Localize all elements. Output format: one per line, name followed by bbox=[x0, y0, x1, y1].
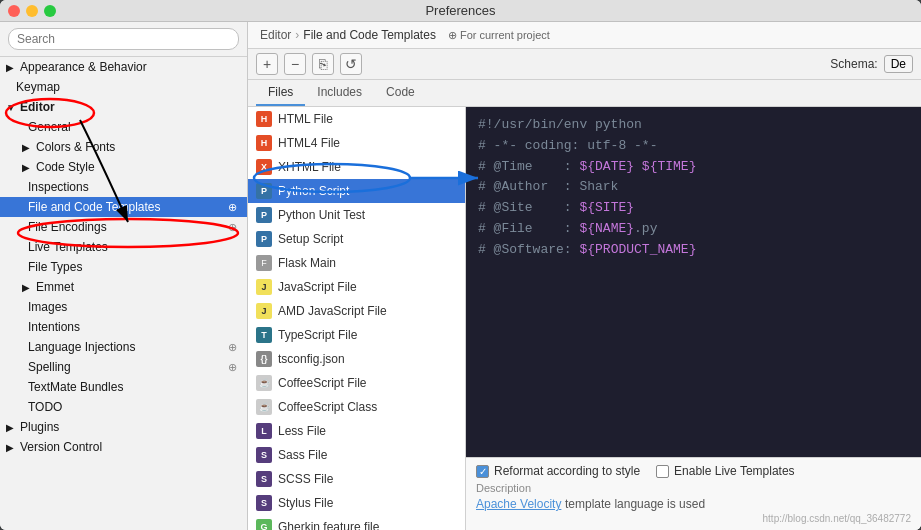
file-label: SCSS File bbox=[278, 472, 333, 486]
file-label: Gherkin feature file bbox=[278, 520, 379, 530]
file-label: Setup Script bbox=[278, 232, 343, 246]
js-icon: J bbox=[256, 303, 272, 319]
file-label: Less File bbox=[278, 424, 326, 438]
sidebar-item-colors[interactable]: ▶ Colors & Fonts bbox=[0, 137, 247, 157]
checkbox-live-templates-label: Enable Live Templates bbox=[674, 464, 795, 478]
sidebar-label: Images bbox=[28, 300, 67, 314]
sidebar-item-spelling[interactable]: Spelling ⊕ bbox=[0, 357, 247, 377]
add-button[interactable]: + bbox=[256, 53, 278, 75]
close-button[interactable] bbox=[8, 5, 20, 17]
checkbox-live-templates[interactable]: Enable Live Templates bbox=[656, 464, 795, 478]
file-item-sass[interactable]: S Sass File bbox=[248, 443, 465, 467]
xhtml-icon: X bbox=[256, 159, 272, 175]
sidebar-item-todo[interactable]: TODO bbox=[0, 397, 247, 417]
sidebar-item-images[interactable]: Images bbox=[0, 297, 247, 317]
file-item-flask[interactable]: F Flask Main bbox=[248, 251, 465, 275]
file-item-coffee-class[interactable]: ☕ CoffeeScript Class bbox=[248, 395, 465, 419]
tab-code[interactable]: Code bbox=[374, 80, 427, 106]
file-item-python-script[interactable]: P Python Script bbox=[248, 179, 465, 203]
copy-button[interactable]: ⎘ bbox=[312, 53, 334, 75]
sidebar-item-codestyle[interactable]: ▶ Code Style bbox=[0, 157, 247, 177]
file-item-setup[interactable]: P Setup Script bbox=[248, 227, 465, 251]
remove-button[interactable]: − bbox=[284, 53, 306, 75]
sidebar-label: Colors & Fonts bbox=[36, 140, 115, 154]
sidebar-label: Version Control bbox=[20, 440, 102, 454]
badge-icon: ⊕ bbox=[228, 361, 237, 374]
file-item-html[interactable]: H HTML File bbox=[248, 107, 465, 131]
apache-velocity-link[interactable]: Apache Velocity bbox=[476, 497, 561, 511]
file-item-coffee[interactable]: ☕ CoffeeScript File bbox=[248, 371, 465, 395]
sidebar-item-keymap[interactable]: Keymap bbox=[0, 77, 247, 97]
sidebar-label: Plugins bbox=[20, 420, 59, 434]
sidebar: ▶ Appearance & Behavior Keymap ▼ Editor bbox=[0, 22, 248, 530]
sidebar-item-general[interactable]: General bbox=[0, 117, 247, 137]
sidebar-item-textmate[interactable]: TextMate Bundles bbox=[0, 377, 247, 397]
schema-dropdown[interactable]: De bbox=[884, 55, 913, 73]
file-item-ts[interactable]: T TypeScript File bbox=[248, 323, 465, 347]
file-item-scss[interactable]: S SCSS File bbox=[248, 467, 465, 491]
sidebar-label: File Types bbox=[28, 260, 82, 274]
minimize-button[interactable] bbox=[26, 5, 38, 17]
titlebar: Preferences bbox=[0, 0, 921, 22]
sidebar-item-editor[interactable]: ▼ Editor bbox=[0, 97, 247, 117]
file-item-js[interactable]: J JavaScript File bbox=[248, 275, 465, 299]
code-line-6: # @File : ${NAME}.py bbox=[478, 219, 909, 240]
code-editor[interactable]: #!/usr/bin/env python # -*- coding: utf-… bbox=[466, 107, 921, 457]
maximize-button[interactable] bbox=[44, 5, 56, 17]
checkbox-reformat[interactable]: ✓ Reformat according to style bbox=[476, 464, 640, 478]
js-icon: J bbox=[256, 279, 272, 295]
tab-files[interactable]: Files bbox=[256, 80, 305, 106]
file-item-tsconfig[interactable]: {} tsconfig.json bbox=[248, 347, 465, 371]
file-item-python-test[interactable]: P Python Unit Test bbox=[248, 203, 465, 227]
checkbox-reformat-box[interactable]: ✓ bbox=[476, 465, 489, 478]
file-item-html4[interactable]: H HTML4 File bbox=[248, 131, 465, 155]
sidebar-item-intentions[interactable]: Intentions bbox=[0, 317, 247, 337]
file-item-gherkin[interactable]: G Gherkin feature file bbox=[248, 515, 465, 530]
html4-icon: H bbox=[256, 135, 272, 151]
ts-icon: T bbox=[256, 327, 272, 343]
expand-icon: ▶ bbox=[6, 62, 16, 73]
sidebar-item-file-types[interactable]: File Types bbox=[0, 257, 247, 277]
description-content: Apache Velocity template language is use… bbox=[476, 496, 911, 511]
file-item-amdjs[interactable]: J AMD JavaScript File bbox=[248, 299, 465, 323]
sidebar-item-appearance[interactable]: ▶ Appearance & Behavior bbox=[0, 57, 247, 77]
sidebar-item-inspections[interactable]: Inspections bbox=[0, 177, 247, 197]
sidebar-label: Code Style bbox=[36, 160, 95, 174]
sidebar-item-live-templates[interactable]: Live Templates bbox=[0, 237, 247, 257]
file-item-stylus[interactable]: S Stylus File bbox=[248, 491, 465, 515]
sidebar-label: Editor bbox=[20, 100, 55, 114]
schema-label: Schema: bbox=[830, 57, 877, 71]
window-controls bbox=[8, 5, 56, 17]
code-area: #!/usr/bin/env python # -*- coding: utf-… bbox=[466, 107, 921, 530]
file-label: CoffeeScript Class bbox=[278, 400, 377, 414]
file-label: Flask Main bbox=[278, 256, 336, 270]
sidebar-item-emmet[interactable]: ▶ Emmet bbox=[0, 277, 247, 297]
sidebar-item-file-templates[interactable]: File and Code Templates ⊕ bbox=[0, 197, 247, 217]
toolbar: + − ⎘ ↺ Schema: De bbox=[248, 49, 921, 80]
sidebar-item-lang-inject[interactable]: Language Injections ⊕ bbox=[0, 337, 247, 357]
checkbox-reformat-label: Reformat according to style bbox=[494, 464, 640, 478]
file-label: Python Script bbox=[278, 184, 349, 198]
file-item-less[interactable]: L Less File bbox=[248, 419, 465, 443]
expand-icon: ▶ bbox=[22, 282, 32, 293]
file-label: Python Unit Test bbox=[278, 208, 365, 222]
html-icon: H bbox=[256, 111, 272, 127]
checkbox-live-templates-box[interactable] bbox=[656, 465, 669, 478]
file-item-xhtml[interactable]: X XHTML File bbox=[248, 155, 465, 179]
sidebar-item-encodings[interactable]: File Encodings ⊕ bbox=[0, 217, 247, 237]
search-box bbox=[0, 22, 247, 57]
expand-icon: ▶ bbox=[6, 442, 16, 453]
stylus-icon: S bbox=[256, 495, 272, 511]
description-text: template language is used bbox=[565, 497, 705, 511]
sidebar-item-vc[interactable]: ▶ Version Control bbox=[0, 437, 247, 457]
sidebar-label: TODO bbox=[28, 400, 62, 414]
tab-includes[interactable]: Includes bbox=[305, 80, 374, 106]
sidebar-item-plugins[interactable]: ▶ Plugins bbox=[0, 417, 247, 437]
project-note: ⊕ For current project bbox=[448, 29, 550, 42]
main-body: H HTML File H HTML4 File X XHTML File bbox=[248, 107, 921, 530]
file-label: XHTML File bbox=[278, 160, 341, 174]
file-list: H HTML File H HTML4 File X XHTML File bbox=[248, 107, 466, 530]
search-input[interactable] bbox=[8, 28, 239, 50]
coffee-icon: ☕ bbox=[256, 375, 272, 391]
reset-button[interactable]: ↺ bbox=[340, 53, 362, 75]
